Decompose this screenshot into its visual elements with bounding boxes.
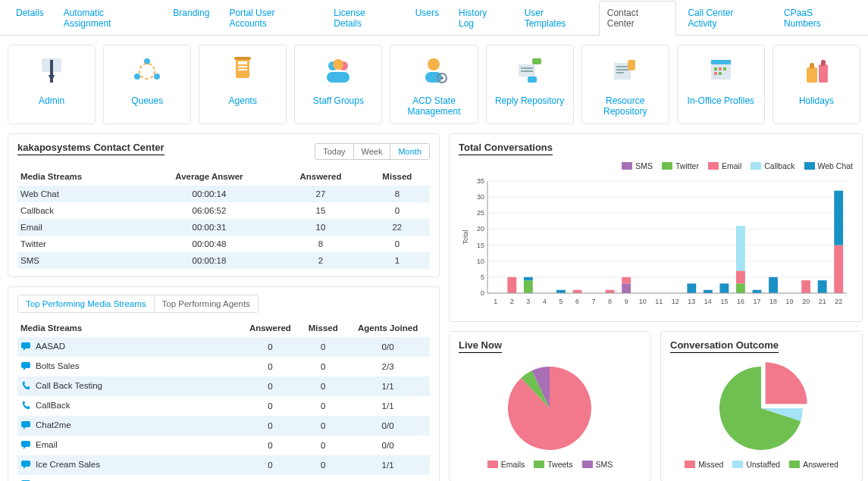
svg-text:30: 30 (477, 193, 484, 201)
svg-text:3: 3 (526, 298, 530, 305)
summary-panel: kakaposystems Contact Center TodayWeekMo… (8, 133, 440, 277)
svg-text:7: 7 (592, 298, 596, 305)
svg-rect-34 (714, 72, 717, 75)
subtab-0[interactable]: Top Performing Media Streams (18, 295, 154, 312)
tab-call-center-activity[interactable]: Call Center Activity (679, 1, 772, 36)
svg-text:0: 0 (481, 289, 484, 297)
tab-user-templates[interactable]: User Templates (516, 1, 596, 36)
tab-portal-user-accounts[interactable]: Portal User Accounts (221, 1, 322, 36)
agents-icon (202, 53, 283, 89)
svg-rect-23 (528, 77, 537, 83)
svg-text:20: 20 (477, 225, 484, 233)
svg-text:2: 2 (510, 298, 514, 305)
legend-item: Unstaffed (732, 460, 780, 469)
svg-rect-21 (521, 70, 533, 72)
table-row[interactable]: Email000/0 (17, 436, 430, 455)
tab-cpaas-numbers[interactable]: CPaaS Numbers (776, 1, 860, 36)
svg-text:25: 25 (477, 209, 484, 217)
outcome-title: Conversation Outcome (670, 339, 779, 353)
legend-item: Twitter (662, 161, 699, 170)
tab-users[interactable]: Users (407, 1, 447, 36)
profiles-icon (681, 53, 761, 89)
card-resource-repo[interactable]: Resource Repository (581, 45, 669, 124)
svg-text:Total: Total (462, 230, 469, 244)
card-reply-repo[interactable]: Reply Repository (486, 45, 574, 124)
col-header: Average Answer (142, 167, 277, 186)
table-row[interactable]: CallBack001/1 (17, 396, 430, 416)
card-queues[interactable]: Queues (103, 45, 191, 124)
svg-rect-81 (622, 283, 631, 293)
svg-rect-107 (834, 190, 843, 245)
table-row[interactable]: SMS00:00:1821 (17, 252, 430, 269)
table-row[interactable]: Call Back Testing001/1 (17, 376, 430, 396)
svg-rect-95 (736, 226, 745, 270)
range-today[interactable]: Today (315, 144, 353, 159)
svg-rect-42 (21, 421, 30, 427)
total-conversations-panel: Total Conversations SMSTwitterEmailCallb… (449, 133, 863, 322)
svg-rect-70 (524, 280, 533, 293)
range-week[interactable]: Week (353, 144, 390, 159)
tab-details[interactable]: Details (8, 1, 52, 36)
card-holidays[interactable]: Holidays (772, 45, 860, 124)
card-agents[interactable]: Agents (199, 45, 287, 124)
table-row[interactable]: Bolts Sales002/3 (17, 357, 430, 376)
table-row[interactable]: Twitter00:00:4880 (17, 236, 430, 252)
card-staff-groups[interactable]: Staff Groups (294, 45, 382, 124)
table-row[interactable]: Callback06:06:52150 (17, 202, 430, 219)
svg-text:35: 35 (477, 177, 484, 185)
legend-item: Missed (685, 460, 723, 469)
svg-rect-94 (736, 270, 745, 283)
col-header: Missed (365, 167, 430, 186)
range-month[interactable]: Month (390, 144, 429, 159)
svg-text:10: 10 (639, 298, 647, 305)
svg-rect-71 (524, 277, 533, 280)
tab-automatic-assignment[interactable]: Automatic Assignment (55, 1, 162, 36)
svg-rect-43 (21, 441, 30, 447)
total-conversations-title: Total Conversations (459, 142, 553, 155)
tab-contact-center[interactable]: Contact Center (599, 1, 677, 36)
col-header: Missed (300, 319, 346, 337)
performance-table: Media StreamsAnsweredMissedAgents Joined… (17, 319, 430, 481)
live-now-panel: Live Now EmailsTweetsSMS (449, 331, 651, 481)
tab-branding[interactable]: Branding (165, 1, 218, 36)
card-label: Agents (202, 95, 283, 106)
svg-rect-37 (819, 64, 828, 83)
svg-text:5: 5 (559, 298, 562, 305)
svg-rect-87 (687, 283, 696, 293)
card-label: Admin (11, 95, 92, 106)
svg-text:13: 13 (688, 298, 695, 305)
svg-rect-97 (753, 290, 762, 293)
svg-rect-6 (236, 58, 249, 78)
table-row[interactable]: Kakapo Chat Unjoined001/2 (17, 475, 430, 481)
tab-history-log[interactable]: History Log (450, 1, 513, 36)
table-row[interactable]: Chat2me000/0 (17, 416, 430, 436)
svg-text:14: 14 (704, 298, 712, 305)
svg-rect-20 (521, 67, 533, 69)
svg-text:11: 11 (655, 298, 663, 305)
phone-icon (20, 400, 31, 412)
svg-rect-104 (818, 280, 827, 293)
card-acd[interactable]: ACD State Management (390, 45, 478, 124)
card-admin[interactable]: Admin (8, 45, 96, 124)
svg-rect-35 (719, 72, 722, 75)
table-row[interactable]: Web Chat00:00:14278 (17, 186, 430, 202)
svg-point-4 (154, 73, 160, 80)
summary-title: kakaposystems Contact Center (17, 142, 165, 155)
resource-repo-icon (585, 53, 666, 89)
legend-item: SMS (622, 161, 653, 170)
table-row[interactable]: AASAD000/0 (17, 337, 430, 357)
tab-license-details[interactable]: License Details (325, 1, 403, 36)
card-label: ACD State Management (393, 95, 474, 117)
table-row[interactable]: Email00:00:311022 (17, 219, 430, 236)
svg-rect-8 (238, 66, 247, 67)
svg-text:5: 5 (481, 273, 484, 281)
total-conversations-chart: 05101520253035Total123456789101112131415… (459, 175, 853, 311)
card-profiles[interactable]: In-Office Profiles (677, 45, 765, 124)
subtab-1[interactable]: Top Performing Agents (154, 295, 258, 312)
acd-icon (393, 53, 474, 89)
live-now-legend: EmailsTweetsSMS (459, 460, 641, 469)
svg-rect-76 (573, 290, 582, 293)
top-tabs: DetailsAutomatic AssignmentBrandingPorta… (0, 0, 868, 36)
svg-text:1: 1 (494, 298, 497, 305)
table-row[interactable]: Ice Cream Sales001/1 (17, 455, 430, 475)
